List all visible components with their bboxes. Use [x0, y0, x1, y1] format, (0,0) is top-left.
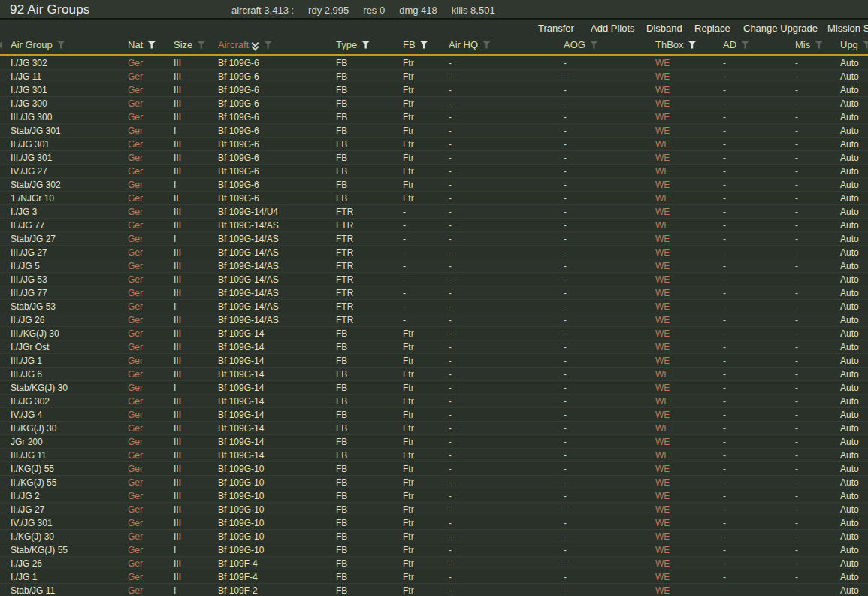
table-row[interactable]: III./JG 300 Ger III Bf 109G-6 FB Ftr - -…	[0, 110, 868, 123]
table-row[interactable]: IV./JG 4 Ger III Bf 109G-14 FB Ftr - - W…	[0, 407, 868, 421]
table-row[interactable]: Stab/JG 11 Ger I Bf 109F-2 FB Ftr - - WE…	[0, 583, 868, 596]
cell-air-group[interactable]: II./JG 302	[11, 396, 128, 407]
table-row[interactable]: 1./NJGr 10 Ger II Bf 109G-6 FB Ftr - - W…	[0, 191, 868, 204]
table-row[interactable]: II./JG 27 Ger III Bf 109G-10 FB Ftr - - …	[0, 502, 868, 516]
table-row[interactable]: I./JG 302 Ger III Bf 109G-6 FB Ftr - - W…	[0, 56, 868, 69]
cell-air-group[interactable]: III./JG 77	[11, 288, 128, 298]
table-row[interactable]: III./JG 53 Ger III Bf 109G-14/AS FTR - -…	[0, 272, 868, 286]
cell-air-group[interactable]: IV./JG 301	[11, 518, 128, 528]
cell-air-group[interactable]: Stab/KG(J) 30	[11, 383, 128, 393]
column-header[interactable]: Type	[336, 39, 403, 50]
column-header[interactable]: Nat	[128, 39, 174, 50]
cell-air-group[interactable]: III./KG(J) 30	[11, 328, 128, 339]
column-header[interactable]: Air HQ	[449, 39, 564, 50]
cell-air-group[interactable]: III./JG 1	[11, 355, 128, 366]
filter-icon[interactable]	[740, 41, 750, 49]
table-row[interactable]: I./JG 11 Ger III Bf 109G-6 FB Ftr - - WE…	[0, 69, 868, 83]
filter-icon[interactable]	[688, 41, 697, 49]
filter-icon[interactable]	[482, 41, 491, 49]
action-link[interactable]: Mission S	[827, 23, 868, 34]
cell-air-group[interactable]: I./JG 301	[11, 85, 128, 95]
cell-air-group[interactable]: III./JG 27	[11, 247, 128, 258]
table-row[interactable]: I./JG 1 Ger III Bf 109F-4 FB Ftr - - WE …	[0, 570, 868, 583]
table-row[interactable]: Stab/JG 27 Ger I Bf 109G-14/AS FTR - - -…	[0, 231, 868, 245]
cell-air-group[interactable]: II./JG 301	[11, 139, 128, 150]
column-header[interactable]: FB	[403, 39, 449, 50]
table-row[interactable]: III./KG(J) 30 Ger III Bf 109G-14 FB Ftr …	[0, 326, 868, 340]
column-header[interactable]: Size	[174, 39, 218, 50]
table-row[interactable]: II./JG 301 Ger III Bf 109G-6 FB Ftr - - …	[0, 137, 868, 150]
cell-air-group[interactable]: I./KG(J) 55	[11, 464, 128, 474]
filter-icon[interactable]	[589, 41, 599, 49]
filter-icon[interactable]	[419, 41, 429, 49]
cell-air-group[interactable]: IV./JG 27	[11, 166, 128, 177]
cell-air-group[interactable]: II./KG(J) 55	[11, 477, 128, 488]
action-link[interactable]: Disband	[646, 23, 682, 34]
table-row[interactable]: III./JG 11 Ger III Bf 109G-14 FB Ftr - -…	[0, 448, 868, 461]
table-row[interactable]: IV./JG 301 Ger III Bf 109G-10 FB Ftr - -…	[0, 516, 868, 529]
filter-icon[interactable]	[862, 41, 868, 49]
cell-air-group[interactable]: III./JG 11	[11, 450, 128, 461]
cell-air-group[interactable]: I./JG 11	[11, 71, 128, 82]
cell-air-group[interactable]: 1./NJGr 10	[11, 193, 128, 204]
table-row[interactable]: II./JG 26 Ger III Bf 109G-14/AS FTR - - …	[0, 313, 868, 326]
table-row[interactable]: II./KG(J) 30 Ger III Bf 109G-14 FB Ftr -…	[0, 421, 868, 434]
cell-air-group[interactable]: I./JG 302	[11, 58, 128, 68]
table-row[interactable]: I./JG 301 Ger III Bf 109G-6 FB Ftr - - W…	[0, 83, 868, 96]
table-row[interactable]: Stab/KG(J) 55 Ger I Bf 109G-10 FB Ftr - …	[0, 543, 868, 556]
cell-air-group[interactable]: III./JG 300	[11, 112, 128, 123]
cell-air-group[interactable]: IV./JG 4	[11, 410, 128, 420]
action-link[interactable]: Transfer	[538, 23, 574, 34]
column-header[interactable]: ThBox	[655, 39, 723, 50]
action-link[interactable]: Add Pilots	[591, 23, 635, 34]
cell-air-group[interactable]: II./JG 26	[11, 315, 128, 325]
table-row[interactable]: I./JGr Ost Ger III Bf 109G-14 FB Ftr - -…	[0, 340, 868, 353]
cell-air-group[interactable]: I./JG 1	[11, 572, 128, 582]
action-link[interactable]: Replace	[694, 23, 730, 34]
cell-air-group[interactable]: JGr 200	[11, 437, 128, 447]
table-row[interactable]: III./JG 77 Ger III Bf 109G-14/AS FTR - -…	[0, 286, 868, 299]
filter-icon[interactable]	[147, 41, 156, 49]
table-row[interactable]: III./JG 1 Ger III Bf 109G-14 FB Ftr - - …	[0, 353, 868, 367]
cell-air-group[interactable]: III./JG 53	[11, 274, 128, 285]
table-row[interactable]: Stab/KG(J) 30 Ger I Bf 109G-14 FB Ftr - …	[0, 380, 868, 394]
table-row[interactable]: III./JG 301 Ger III Bf 109G-6 FB Ftr - -…	[0, 150, 868, 164]
cell-air-group[interactable]: I./JGr Ost	[11, 342, 128, 352]
table-row[interactable]: I./KG(J) 30 Ger III Bf 109G-10 FB Ftr - …	[0, 529, 868, 543]
cell-air-group[interactable]: I./JG 3	[11, 207, 128, 217]
cell-air-group[interactable]: II./KG(J) 30	[11, 423, 128, 434]
cell-air-group[interactable]: Stab/JG 302	[11, 180, 128, 190]
table-row[interactable]: Stab/JG 302 Ger I Bf 109G-6 FB Ftr - - W…	[0, 177, 868, 191]
column-header[interactable]: Upg	[840, 39, 868, 50]
cell-air-group[interactable]: I./JG 26	[11, 558, 128, 569]
cell-air-group[interactable]: II./JG 5	[11, 261, 128, 271]
table-row[interactable]: II./JG 77 Ger III Bf 109G-14/AS FTR - - …	[0, 218, 868, 231]
table-row[interactable]: I./JG 26 Ger III Bf 109F-4 FB Ftr - - WE…	[0, 556, 868, 570]
column-header[interactable]: AOG	[564, 39, 655, 50]
cell-air-group[interactable]: Stab/JG 11	[11, 585, 128, 596]
cell-air-group[interactable]: II./JG 2	[11, 491, 128, 501]
filter-icon[interactable]	[361, 41, 370, 49]
table-row[interactable]: II./JG 2 Ger III Bf 109G-10 FB Ftr - - W…	[0, 489, 868, 502]
filter-icon[interactable]	[56, 41, 66, 49]
cell-air-group[interactable]: III./JG 301	[11, 153, 128, 163]
table-row[interactable]: I./JG 300 Ger III Bf 109G-6 FB Ftr - - W…	[0, 96, 868, 110]
column-header[interactable]: Air Group	[11, 39, 128, 50]
table-row[interactable]: II./JG 5 Ger III Bf 109G-14/AS FTR - - -…	[0, 259, 868, 272]
table-row[interactable]: Stab/JG 53 Ger I Bf 109G-14/AS FTR - - -…	[0, 299, 868, 313]
table-row[interactable]: I./JG 3 Ger III Bf 109G-14/U4 FTR - - - …	[0, 204, 868, 218]
table-row[interactable]: III./JG 27 Ger III Bf 109G-14/AS FTR - -…	[0, 245, 868, 259]
cell-air-group[interactable]: II./JG 77	[11, 220, 128, 231]
table-row[interactable]: II./JG 302 Ger III Bf 109G-14 FB Ftr - -…	[0, 394, 868, 407]
cell-air-group[interactable]: II./JG 27	[11, 504, 128, 515]
cell-air-group[interactable]: III./JG 6	[11, 369, 128, 380]
filter-icon[interactable]	[814, 41, 824, 49]
action-link[interactable]: Change Upgrade	[743, 23, 818, 34]
cell-air-group[interactable]: Stab/JG 53	[11, 301, 128, 312]
table-row[interactable]: I./KG(J) 55 Ger III Bf 109G-10 FB Ftr - …	[0, 461, 868, 475]
filter-icon[interactable]	[196, 41, 206, 49]
cell-air-group[interactable]: Stab/JG 301	[11, 126, 128, 136]
cell-air-group[interactable]: I./KG(J) 30	[11, 531, 128, 542]
column-header[interactable]: AD	[723, 39, 795, 50]
table-row[interactable]: II./KG(J) 55 Ger III Bf 109G-10 FB Ftr -…	[0, 475, 868, 489]
